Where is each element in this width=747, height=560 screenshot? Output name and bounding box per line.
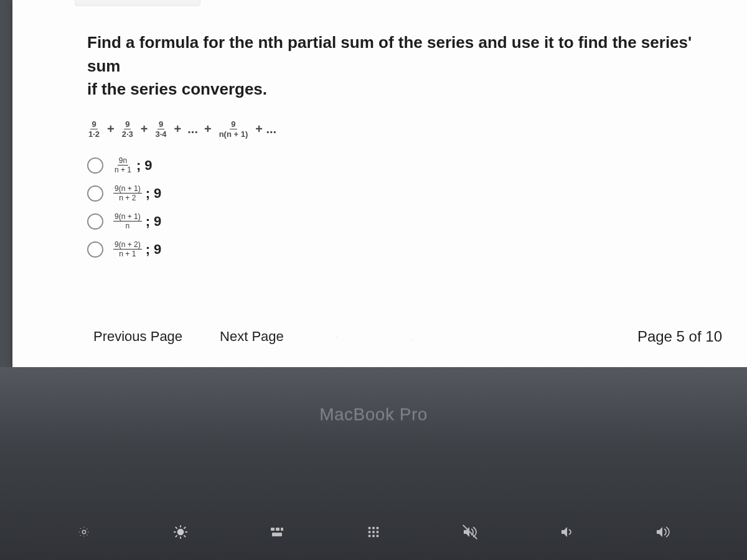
series-term-3: 9 3·4 xyxy=(154,120,168,138)
svg-line-15 xyxy=(184,535,186,537)
brightness-low-icon xyxy=(72,523,96,541)
plus-3: + xyxy=(174,122,182,136)
svg-rect-22 xyxy=(369,527,371,530)
mute-icon xyxy=(458,523,482,541)
series-term-2: 9 2·3 xyxy=(121,120,134,138)
svg-line-8 xyxy=(87,528,88,529)
volume-low-icon xyxy=(554,523,579,541)
volume-high-icon xyxy=(651,523,675,541)
device-label: MacBook Pro xyxy=(0,404,747,424)
question-line-1: Find a formula for the nth partial sum o… xyxy=(87,33,692,75)
function-key-row xyxy=(0,523,747,541)
option-b[interactable]: 9(n + 1) n + 2 ; 9 xyxy=(87,185,722,202)
radio-d[interactable] xyxy=(87,241,103,258)
svg-line-6 xyxy=(87,535,88,536)
svg-rect-20 xyxy=(281,528,283,531)
svg-rect-29 xyxy=(372,535,375,538)
radio-b[interactable] xyxy=(87,185,103,202)
next-page-button[interactable]: Next Page xyxy=(214,325,290,348)
series-general-term: 9 n(n + 1) xyxy=(218,120,250,138)
plus-2: + xyxy=(141,122,148,136)
radio-c[interactable] xyxy=(87,213,103,230)
svg-line-5 xyxy=(80,528,81,529)
option-a[interactable]: 9n n + 1 ; 9 xyxy=(87,157,722,174)
svg-line-17 xyxy=(184,527,186,529)
toolbar-fragment xyxy=(75,0,200,6)
speck xyxy=(411,339,413,341)
option-b-body: 9(n + 1) n + 2 ; 9 xyxy=(113,185,161,202)
question-line-2: if the series converges. xyxy=(87,80,267,98)
quiz-page: Find a formula for the nth partial sum o… xyxy=(12,0,747,367)
laptop-bezel: MacBook Pro xyxy=(0,367,747,560)
page-indicator: Page 5 of 10 xyxy=(637,328,722,345)
svg-point-9 xyxy=(178,530,184,535)
series-term-1: 9 1·2 xyxy=(87,120,101,138)
svg-rect-23 xyxy=(372,527,375,530)
svg-rect-21 xyxy=(272,533,282,536)
launchpad-icon xyxy=(361,523,386,541)
radio-a[interactable] xyxy=(87,157,103,174)
series-expression: 9 1·2 + 9 2·3 + 9 3·4 + ... + 9 n(n + 1)… xyxy=(87,120,722,138)
option-a-body: 9n n + 1 ; 9 xyxy=(113,157,153,174)
svg-rect-28 xyxy=(369,535,371,538)
svg-rect-27 xyxy=(377,531,379,533)
mission-control-icon xyxy=(265,523,289,541)
svg-line-16 xyxy=(176,535,177,537)
speck xyxy=(336,336,338,338)
svg-rect-18 xyxy=(271,528,275,531)
previous-page-button[interactable]: Previous Page xyxy=(87,325,189,348)
plus-4: + xyxy=(204,122,212,136)
svg-line-14 xyxy=(176,527,177,529)
svg-rect-19 xyxy=(276,528,280,531)
svg-point-0 xyxy=(82,530,86,534)
ellipsis-1: ... xyxy=(187,122,198,136)
option-c-body: 9(n + 1) n ; 9 xyxy=(113,213,161,230)
plus-1: + xyxy=(107,122,115,136)
svg-rect-30 xyxy=(377,535,379,538)
page-nav: Previous Page Next Page Page 5 of 10 xyxy=(87,325,722,348)
brightness-high-icon xyxy=(168,523,193,541)
trailing: + ... xyxy=(255,122,276,136)
svg-rect-26 xyxy=(372,531,375,533)
svg-line-7 xyxy=(80,535,81,536)
question-text: Find a formula for the nth partial sum o… xyxy=(87,0,722,101)
option-c[interactable]: 9(n + 1) n ; 9 xyxy=(87,213,722,230)
option-d-body: 9(n + 2) n + 1 ; 9 xyxy=(113,241,161,258)
option-d[interactable]: 9(n + 2) n + 1 ; 9 xyxy=(87,241,722,258)
answer-options: 9n n + 1 ; 9 9(n + 1) n + 2 ; 9 xyxy=(87,157,722,258)
svg-rect-25 xyxy=(369,531,371,533)
svg-rect-24 xyxy=(377,527,379,530)
